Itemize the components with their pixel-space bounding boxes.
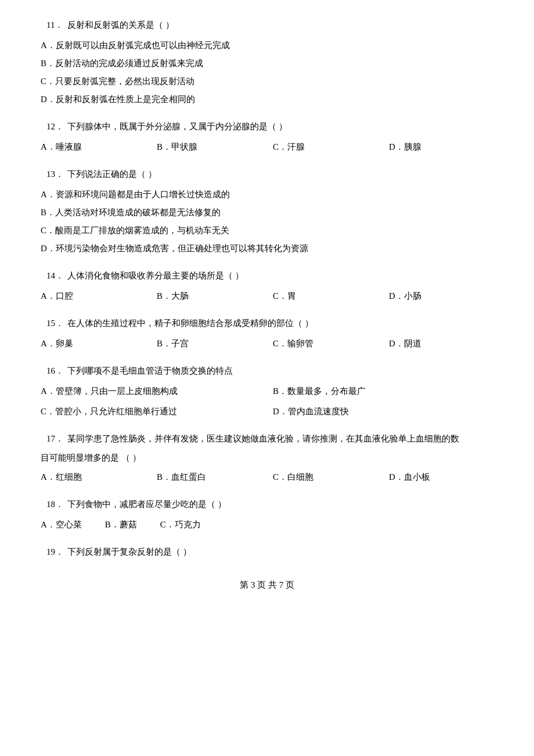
q16-text: 下列哪项不是毛细血管适于物质交换的特点: [67, 363, 505, 379]
question-17: 17． 某同学患了急性肠炎，并伴有发烧，医生建议她做血液化验，请你推测，在其血液…: [29, 431, 505, 486]
page-number-text: 第 3 页 共 7 页: [240, 580, 294, 589]
q12-option-c: C．汗腺: [273, 138, 389, 156]
q11-option-d: D．反射和反射弧在性质上是完全相同的: [41, 91, 505, 108]
q19-text: 下列反射属于复杂反射的是（ ）: [67, 544, 505, 560]
q15-option-a: A．卵巢: [41, 335, 157, 353]
q14-option-d: D．小肠: [389, 287, 505, 305]
q16-option-b: B．数量最多，分布最广: [273, 382, 505, 400]
q16-number: 16．: [46, 363, 67, 379]
q12-number: 12．: [46, 119, 67, 135]
q12-text: 下列腺体中，既属于外分泌腺，又属于内分泌腺的是（ ）: [67, 119, 505, 135]
q11-option-c: C．只要反射弧完整，必然出现反射活动: [41, 73, 505, 91]
q17-option-a: A．红细胞: [41, 468, 157, 486]
q17-option-d: D．血小板: [389, 468, 505, 486]
q18-option-b: B．蘑菇: [105, 516, 137, 534]
q15-number: 15．: [46, 316, 67, 331]
question-13: 13． 下列说法正确的是（ ） A．资源和环境问题都是由于人口增长过快造成的 B…: [29, 167, 505, 258]
q17-text-part2: 目可能明显增多的是 （ ）: [41, 453, 141, 462]
q18-option-a: A．空心菜: [41, 516, 82, 534]
q11-option-b: B．反射活动的完成必须通过反射弧来完成: [41, 55, 505, 73]
q18-option-c: C．巧克力: [160, 516, 201, 534]
q13-text: 下列说法正确的是（ ）: [67, 167, 505, 182]
q14-text: 人体消化食物和吸收养分最主要的场所是（ ）: [67, 268, 505, 284]
q16-option-c: C．管腔小，只允许红细胞单行通过: [41, 403, 273, 421]
question-14: 14． 人体消化食物和吸收养分最主要的场所是（ ） A．口腔 B．大肠 C．胃 …: [29, 268, 505, 305]
q11-number: 11．: [46, 17, 67, 33]
q12-option-d: D．胰腺: [389, 138, 505, 156]
question-19: 19． 下列反射属于复杂反射的是（ ）: [29, 544, 505, 560]
q16-option-d: D．管内血流速度快: [273, 403, 505, 421]
q12-option-b: B．甲状腺: [157, 138, 273, 156]
q16-option-a: A．管壁簿，只由一层上皮细胞构成: [41, 382, 273, 400]
q11-text: 反射和反射弧的关系是（ ）: [67, 17, 505, 33]
question-16: 16． 下列哪项不是毛细血管适于物质交换的特点 A．管壁簿，只由一层上皮细胞构成…: [29, 363, 505, 421]
q15-option-b: B．子宫: [157, 335, 273, 353]
q13-option-b: B．人类活动对环境造成的破坏都是无法修复的: [41, 204, 505, 222]
q19-number: 19．: [46, 544, 67, 560]
question-12: 12． 下列腺体中，既属于外分泌腺，又属于内分泌腺的是（ ） A．唾液腺 B．甲…: [29, 119, 505, 156]
q17-option-b: B．血红蛋白: [157, 468, 273, 486]
q13-option-a: A．资源和环境问题都是由于人口增长过快造成的: [41, 186, 505, 204]
q11-option-a: A．反射既可以由反射弧完成也可以由神经元完成: [41, 37, 505, 55]
q17-number: 17．: [46, 431, 67, 447]
q18-number: 18．: [46, 497, 67, 512]
page-footer: 第 3 页 共 7 页: [29, 577, 505, 593]
q12-option-a: A．唾液腺: [41, 138, 157, 156]
q17-option-c: C．白细胞: [273, 468, 389, 486]
q13-option-d: D．环境污染物会对生物造成危害，但正确处理也可以将其转化为资源: [41, 240, 505, 258]
q13-option-c: C．酸雨是工厂排放的烟雾造成的，与机动车无关: [41, 222, 505, 240]
q14-number: 14．: [46, 268, 67, 284]
q13-number: 13．: [46, 167, 67, 182]
q18-text: 下列食物中，减肥者应尽量少吃的是（ ）: [67, 497, 505, 512]
q15-option-d: D．阴道: [389, 335, 505, 353]
q15-text: 在人体的生殖过程中，精子和卵细胞结合形成受精卵的部位（ ）: [67, 316, 505, 331]
q15-option-c: C．输卵管: [273, 335, 389, 353]
q17-text-part1: 某同学患了急性肠炎，并伴有发烧，医生建议她做血液化验，请你推测，在其血液化验单上…: [67, 431, 505, 447]
q14-option-a: A．口腔: [41, 287, 157, 305]
question-18: 18． 下列食物中，减肥者应尽量少吃的是（ ） A．空心菜 B．蘑菇 C．巧克力: [29, 497, 505, 534]
q14-option-c: C．胃: [273, 287, 389, 305]
question-15: 15． 在人体的生殖过程中，精子和卵细胞结合形成受精卵的部位（ ） A．卵巢 B…: [29, 316, 505, 353]
q14-option-b: B．大肠: [157, 287, 273, 305]
question-11: 11． 反射和反射弧的关系是（ ） A．反射既可以由反射弧完成也可以由神经元完成…: [29, 17, 505, 108]
